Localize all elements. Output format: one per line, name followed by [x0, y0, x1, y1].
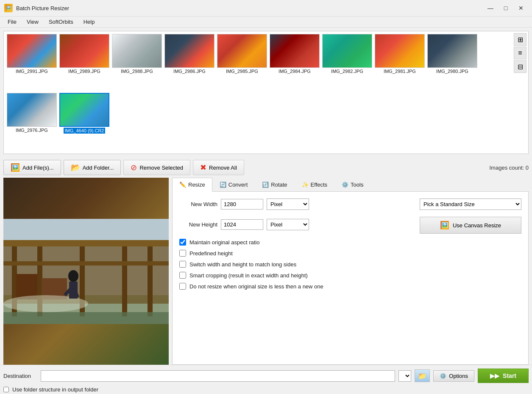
rotate-tab-label: Rotate — [271, 182, 287, 188]
tab-resize[interactable]: ✏️ Resize — [172, 178, 212, 192]
gallery-item[interactable]: IMG_2991.JPG — [6, 34, 57, 91]
gallery-label: IMG_2982.JPG — [331, 69, 363, 74]
options-button[interactable]: ⚙️ Options — [433, 370, 474, 382]
title-bar: 🖼️ Batch Picture Resizer — □ ✕ — [0, 0, 532, 17]
tab-rotate[interactable]: 🔃 Rotate — [255, 178, 294, 191]
gallery-label: IMG_2988.JPG — [121, 69, 153, 74]
switch-width-height-label: Switch width and height to match long si… — [189, 261, 296, 268]
menu-view[interactable]: View — [22, 17, 43, 26]
title-bar-title: Batch Picture Resizer — [16, 5, 69, 11]
gallery-item[interactable]: IMG_2982.JPG — [322, 34, 373, 91]
gallery-item[interactable]: IMG_2976.JPG — [6, 93, 57, 151]
folder-structure-checkbox[interactable] — [3, 387, 9, 392]
gallery-label: IMG_2985.JPG — [226, 69, 258, 74]
gallery-label: IMG_2986.JPG — [173, 69, 206, 74]
minimize-button[interactable]: — — [484, 3, 497, 14]
maintain-aspect-checkbox[interactable] — [179, 239, 186, 246]
convert-tab-icon: 🔄 — [220, 182, 226, 188]
thumbnail-image — [217, 34, 267, 68]
view-large-grid-button[interactable]: ⊞ — [514, 33, 526, 46]
right-panel: ✏️ Resize 🔄 Convert 🔃 Rotate ✨ Effects ⚙… — [172, 178, 529, 365]
close-button[interactable]: ✕ — [514, 3, 528, 14]
menu-help[interactable]: Help — [79, 17, 99, 26]
menu-file[interactable]: File — [3, 17, 21, 26]
switch-width-height-checkbox[interactable] — [179, 261, 186, 268]
thumbnail-image — [59, 93, 109, 127]
app-icon: 🖼️ — [4, 4, 13, 12]
gallery-item[interactable]: IMG_2981.JPG — [374, 34, 425, 91]
no-resize-smaller-row: Do not resize when original size is less… — [179, 283, 521, 290]
browse-destination-button[interactable]: 📁 — [415, 369, 430, 382]
height-unit-select[interactable]: Pixel Percent Inch Cm — [267, 219, 309, 230]
gallery-label: IMG_2991.JPG — [16, 69, 48, 74]
svg-rect-6 — [122, 240, 127, 316]
predefined-height-checkbox[interactable] — [179, 250, 186, 257]
gallery-label: IMG_2989.JPG — [68, 69, 100, 74]
gallery-label: IMG_2981.JPG — [384, 69, 416, 74]
width-label: New Width — [179, 201, 217, 207]
remove-selected-button[interactable]: ⊘ Remove Selected — [123, 160, 190, 175]
thumbnail-image — [322, 34, 372, 68]
destination-input[interactable] — [41, 370, 395, 382]
tab-tools[interactable]: ⚙️ Tools — [334, 178, 370, 191]
add-folder-icon: 📂 — [71, 163, 80, 172]
smart-cropping-checkbox[interactable] — [179, 272, 186, 279]
start-button[interactable]: ▶▶ Start — [478, 369, 529, 383]
gallery-item[interactable]: IMG_2988.JPG — [111, 34, 162, 91]
height-row: New Height Pixel Percent Inch Cm 🖼️ Use … — [179, 215, 521, 234]
remove-all-icon: ✖ — [200, 163, 206, 172]
width-unit-select[interactable]: Pixel Percent Inch Cm — [267, 198, 309, 210]
gallery-item[interactable]: IMG_2986.JPG — [164, 34, 215, 91]
smart-cropping-row: Smart cropping (result in exact width an… — [179, 272, 521, 279]
gallery-item[interactable]: IMG_4640 (9).CR2 — [59, 93, 110, 151]
svg-point-13 — [68, 270, 78, 282]
gallery-item[interactable]: IMG_2989.JPG — [59, 34, 110, 91]
thumbnail-image — [375, 34, 425, 68]
no-resize-smaller-checkbox[interactable] — [179, 283, 186, 290]
main-content: IMG_2991.JPGIMG_2989.JPGIMG_2988.JPGIMG_… — [0, 28, 532, 394]
destination-dropdown[interactable] — [398, 370, 411, 382]
effects-tab-label: Effects — [311, 182, 328, 188]
remove-selected-icon: ⊘ — [131, 163, 137, 172]
width-input[interactable] — [221, 199, 263, 210]
gallery-label: IMG_2980.JPG — [436, 69, 468, 74]
height-input[interactable] — [221, 219, 263, 230]
thumbnail-image — [7, 93, 57, 127]
folder-structure-row: Use folder structure in output folder — [3, 386, 529, 393]
tab-effects[interactable]: ✨ Effects — [295, 178, 335, 191]
gallery-item[interactable]: IMG_2985.JPG — [217, 34, 267, 91]
thumbnail-image — [164, 34, 214, 68]
add-folder-button[interactable]: 📂 Add Folder... — [64, 160, 121, 175]
svg-rect-7 — [148, 240, 153, 316]
add-files-button[interactable]: 🖼️ Add File(s)... — [3, 160, 61, 175]
canvas-resize-button[interactable]: 🖼️ Use Canvas Resize — [420, 217, 521, 234]
view-small-grid-button[interactable]: ⊟ — [514, 60, 526, 73]
predefined-height-label: Predefined height — [189, 250, 233, 257]
preview-image — [3, 178, 169, 365]
gallery-item[interactable]: IMG_2984.JPG — [269, 34, 320, 91]
view-list-button[interactable]: ≡ — [514, 47, 526, 59]
tab-convert[interactable]: 🔄 Convert — [212, 178, 255, 191]
lower-section: ✏️ Resize 🔄 Convert 🔃 Rotate ✨ Effects ⚙… — [0, 178, 532, 365]
destination-row: Destination 📁 ⚙️ Options ▶▶ Start — [3, 369, 529, 383]
standard-size-select[interactable]: Pick a Standard Size — [420, 198, 521, 210]
tabs: ✏️ Resize 🔄 Convert 🔃 Rotate ✨ Effects ⚙… — [172, 178, 529, 192]
options-icon: ⚙️ — [440, 373, 446, 379]
gallery-item[interactable]: IMG_2980.JPG — [427, 34, 478, 91]
height-label: New Height — [179, 221, 217, 228]
title-bar-left: 🖼️ Batch Picture Resizer — [4, 4, 69, 12]
rotate-tab-icon: 🔃 — [262, 182, 269, 188]
maximize-button[interactable]: □ — [499, 3, 513, 14]
gallery-label: IMG_2976.JPG — [16, 128, 48, 133]
svg-rect-9 — [3, 261, 169, 265]
tools-tab-label: Tools — [351, 182, 363, 188]
maintain-aspect-label: Maintain original aspect ratio — [189, 239, 259, 246]
remove-all-button[interactable]: ✖ Remove All — [193, 160, 244, 175]
preview-area — [3, 178, 169, 365]
resize-tab-content: New Width Pixel Percent Inch Cm Pick a S… — [172, 192, 529, 365]
menu-softorbits[interactable]: SoftOrbits — [45, 17, 78, 26]
thumbnail-image — [112, 34, 162, 68]
add-files-icon: 🖼️ — [11, 163, 20, 172]
switch-width-height-row: Switch width and height to match long si… — [179, 261, 521, 268]
svg-rect-8 — [3, 240, 169, 246]
